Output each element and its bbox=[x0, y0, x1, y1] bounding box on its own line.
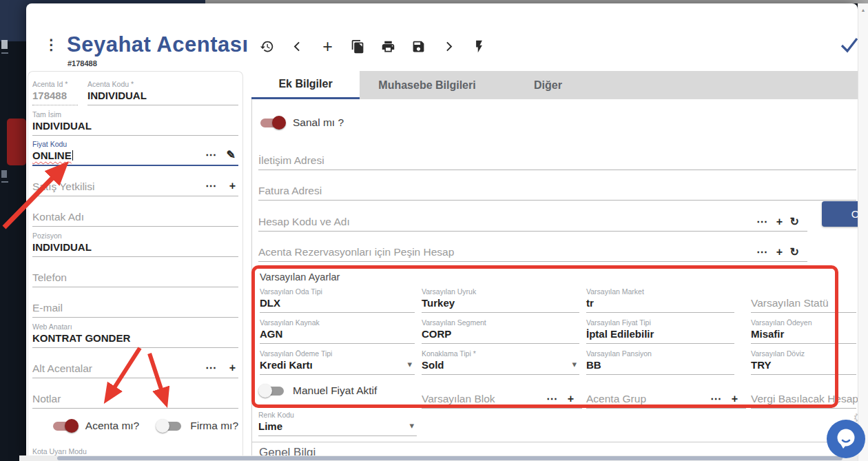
lookup-ellipsis-icon[interactable]: ⋯ bbox=[710, 393, 721, 404]
tam-isim-field[interactable]: Tam İsim INDIVIDUAL bbox=[32, 105, 238, 136]
sanal-mi-toggle[interactable] bbox=[258, 116, 286, 130]
varsayilan-uyruk-field[interactable]: Varsayılan Uyruk Turkey bbox=[422, 281, 579, 313]
sidebar-text-fragment bbox=[1, 181, 8, 183]
field-value: AGN bbox=[260, 327, 415, 341]
field-value: tr bbox=[586, 296, 734, 310]
alt-acentalar-field[interactable]: Alt Acentalar ⋯ + bbox=[32, 348, 238, 378]
add-plus-icon[interactable]: + bbox=[568, 393, 574, 404]
web-anahtari-field[interactable]: Web Anatarı KONTRAT GONDER bbox=[32, 318, 238, 348]
lookup-ellipsis-icon[interactable]: ⋯ bbox=[205, 181, 216, 192]
firma-mi-toggle[interactable] bbox=[156, 419, 183, 433]
varsayilan-odeme-tipi-select[interactable]: Varsayılan Ödeme Tipi Kredi Kartı ▾ bbox=[260, 343, 415, 375]
renk-kodu-select[interactable]: Renk Kodu Lime ▾ bbox=[258, 404, 417, 436]
acenta-mi-toggle[interactable] bbox=[51, 419, 79, 433]
varsayilan-doviz-field[interactable]: Varsayılan Döviz TRY bbox=[751, 343, 856, 375]
acenta-grup-field[interactable]: Acenta Grup ⋯ + bbox=[586, 377, 746, 409]
add-plus-icon[interactable]: + bbox=[732, 393, 738, 404]
dropdown-arrow-icon[interactable]: ▾ bbox=[572, 359, 577, 369]
add-plus-icon[interactable]: + bbox=[776, 247, 783, 258]
field-label: Varsayılan Fiyat Tipi bbox=[586, 318, 734, 327]
konaklama-tipi-select[interactable]: Konaklama Tipi * Sold ▾ bbox=[422, 343, 579, 375]
varsayilan-statu-field[interactable]: Varsayılan Statü bbox=[751, 281, 856, 313]
field-value: TRY bbox=[751, 358, 856, 372]
lookup-ellipsis-icon[interactable]: ⋯ bbox=[205, 362, 216, 373]
field-placeholder: Acenta Rezervasyonları için Peşin Hesap bbox=[258, 245, 807, 259]
edit-pencil-icon[interactable]: ✎ bbox=[227, 150, 236, 161]
field-value: DLX bbox=[260, 296, 415, 310]
field-placeholder: Varsayılan Blok bbox=[422, 391, 582, 406]
varsayilan-odeyen-field[interactable]: Varsayılan Ödeyen Misafir bbox=[751, 312, 856, 344]
notlar-field[interactable]: Notlar bbox=[32, 378, 238, 409]
pesin-hesap-field[interactable]: Acenta Rezervasyonları için Peşin Hesap … bbox=[258, 230, 807, 262]
tab-diger[interactable]: Diğer bbox=[495, 71, 601, 99]
lookup-ellipsis-icon[interactable]: ⋯ bbox=[756, 247, 767, 258]
lookup-ellipsis-icon[interactable]: ⋯ bbox=[756, 216, 767, 227]
vertical-scrollbar[interactable]: ▲ bbox=[858, 3, 868, 461]
lookup-ellipsis-icon[interactable]: ⋯ bbox=[546, 393, 557, 404]
manuel-fiyat-toggle[interactable] bbox=[258, 384, 286, 398]
field-placeholder: Telefon bbox=[32, 270, 238, 285]
scroll-up-arrow-icon[interactable]: ▲ bbox=[858, 8, 868, 12]
page-title: Seyahat Acentası bbox=[67, 32, 249, 57]
email-field[interactable]: E-mail bbox=[32, 287, 238, 318]
next-record-icon[interactable] bbox=[441, 39, 457, 54]
lookup-ellipsis-icon[interactable]: ⋯ bbox=[205, 150, 216, 161]
varsayilan-blok-field[interactable]: Varsayılan Blok ⋯ + bbox=[422, 377, 582, 409]
fatura-adresi-field[interactable]: Fatura Adresi bbox=[258, 169, 856, 201]
history-icon[interactable] bbox=[259, 39, 275, 54]
sidebar-text-fragment bbox=[1, 40, 8, 49]
refresh-icon[interactable]: ↻ bbox=[790, 247, 799, 258]
acenta-kodu-field[interactable]: Acenta Kodu * INDIVIDUAL bbox=[87, 73, 238, 105]
manuel-fiyat-toggle-row: Manuel Fiyat Aktif bbox=[258, 384, 377, 398]
varsayilan-pansiyon-field[interactable]: Varsayılan Pansiyon BB bbox=[586, 343, 734, 375]
pozisyon-field[interactable]: Pozisyon INDIVIDUAL bbox=[32, 227, 238, 257]
previous-record-icon[interactable] bbox=[289, 39, 305, 54]
telefon-field[interactable]: Telefon bbox=[32, 257, 238, 287]
field-label: Varsayılan Ödeyen bbox=[751, 318, 856, 327]
horizontal-scrollbar[interactable] bbox=[19, 455, 858, 461]
field-value: Kredi Kartı bbox=[260, 358, 415, 372]
field-label: Acenta Kodu * bbox=[87, 79, 238, 89]
add-plus-icon[interactable]: + bbox=[776, 216, 783, 227]
satis-yetkilisi-field[interactable]: Satış Yetkilisi ⋯ + bbox=[32, 166, 238, 196]
refresh-icon[interactable]: ↻ bbox=[790, 216, 799, 227]
add-plus-icon[interactable]: + bbox=[229, 362, 236, 373]
id-code-row: Acenta Id * 178488 Acenta Kodu * INDIVID… bbox=[32, 73, 238, 105]
save-icon[interactable] bbox=[411, 39, 426, 54]
toolbar: + bbox=[259, 39, 487, 54]
field-label: Varsayılan Kaynak bbox=[260, 318, 415, 327]
varsayilan-market-field[interactable]: Varsayılan Market tr bbox=[586, 281, 734, 313]
horizontal-scrollbar-thumb[interactable] bbox=[57, 456, 843, 460]
field-label: Acenta Id * bbox=[32, 79, 78, 89]
add-record-icon[interactable]: + bbox=[320, 39, 335, 54]
kontak-adi-field[interactable]: Kontak Adı bbox=[32, 196, 238, 227]
tab-ek-bilgiler[interactable]: Ek Bilgiler bbox=[251, 71, 360, 99]
fiyat-kodu-field[interactable]: Fiyat Kodu ONLINE ⋯ ✎ bbox=[32, 136, 238, 166]
field-label: Pozisyon bbox=[32, 231, 238, 240]
add-plus-icon[interactable]: + bbox=[229, 181, 236, 192]
varsayilan-segment-field[interactable]: Varsayılan Segment CORP bbox=[422, 312, 579, 344]
quick-actions-bolt-icon[interactable] bbox=[471, 39, 487, 54]
field-label: Varsayılan Segment bbox=[422, 318, 579, 327]
field-value: KONTRAT GONDER bbox=[32, 331, 238, 345]
field-value: Lime bbox=[258, 420, 417, 433]
field-value: Turkey bbox=[422, 296, 579, 310]
varsayilan-kaynak-field[interactable]: Varsayılan Kaynak AGN bbox=[260, 312, 415, 344]
sidebar-red-button[interactable] bbox=[7, 119, 26, 165]
vergi-basilacak-hesap-field[interactable]: Vergi Basılacak Hesap bbox=[751, 377, 856, 409]
varsayilan-fiyat-tipi-field[interactable]: Varsayılan Fiyat Tipi İptal Edilebilir bbox=[586, 312, 734, 344]
hesap-kodu-field[interactable]: Hesap Kodu ve Adı ⋯ + ↻ bbox=[258, 200, 807, 232]
field-placeholder: Varsayılan Statü bbox=[751, 296, 856, 310]
print-icon[interactable] bbox=[380, 39, 396, 54]
more-menu-icon[interactable]: ⋮ bbox=[44, 37, 59, 53]
dropdown-arrow-icon[interactable]: ▾ bbox=[409, 420, 414, 431]
tab-muhasebe-bilgileri[interactable]: Muhasebe Bilgileri bbox=[360, 71, 495, 99]
iletisim-adresi-field[interactable]: İletişim Adresi bbox=[258, 139, 856, 170]
confirm-check-icon[interactable] bbox=[840, 37, 858, 56]
sanal-mi-toggle-row: Sanal mı ? bbox=[258, 116, 344, 130]
dropdown-arrow-icon[interactable]: ▾ bbox=[407, 359, 412, 369]
chat-launcher-button[interactable] bbox=[827, 420, 865, 458]
screen: ⋮ Seyahat Acentası #178488 + bbox=[0, 0, 868, 461]
copy-icon[interactable] bbox=[350, 39, 366, 54]
varsayilan-oda-tipi-field[interactable]: Varsayılan Oda Tipi DLX bbox=[260, 281, 415, 313]
